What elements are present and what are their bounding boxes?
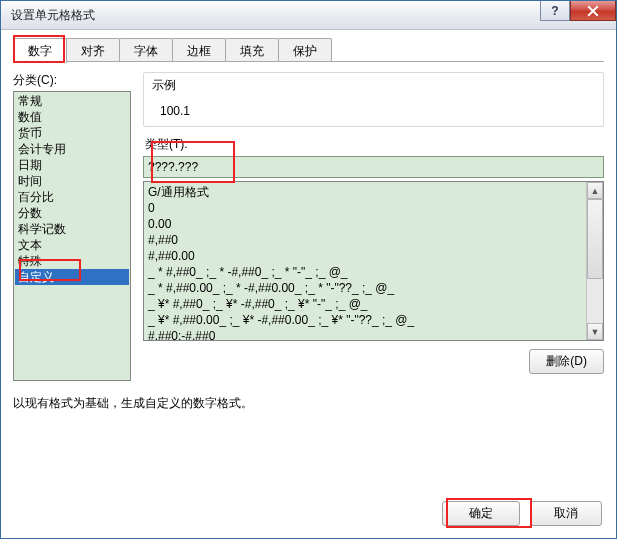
tab-protection[interactable]: 保护 xyxy=(278,38,332,61)
type-item[interactable]: G/通用格式 xyxy=(148,184,599,200)
scroll-down-icon[interactable]: ▼ xyxy=(587,323,603,340)
sample-label: 示例 xyxy=(152,77,595,94)
tab-font[interactable]: 字体 xyxy=(119,38,173,61)
category-label: 分类(C): xyxy=(13,72,131,89)
scroll-up-icon[interactable]: ▲ xyxy=(587,182,603,199)
type-input[interactable] xyxy=(143,156,604,178)
sample-box: 示例 100.1 xyxy=(143,72,604,127)
type-list[interactable]: G/通用格式 0 0.00 #,##0 #,##0.00 _ * #,##0_ … xyxy=(143,181,604,341)
type-item[interactable]: 0 xyxy=(148,200,599,216)
type-label: 类型(T): xyxy=(145,137,188,151)
cancel-button[interactable]: 取消 xyxy=(530,501,602,526)
type-item[interactable]: _ ¥* #,##0.00_ ;_ ¥* -#,##0.00_ ;_ ¥* "-… xyxy=(148,312,599,328)
category-item[interactable]: 时间 xyxy=(15,173,129,189)
help-button[interactable]: ? xyxy=(540,1,570,21)
category-item[interactable]: 百分比 xyxy=(15,189,129,205)
tab-number[interactable]: 数字 xyxy=(13,38,67,63)
category-item[interactable]: 特殊 xyxy=(15,253,129,269)
scrollbar[interactable]: ▲ ▼ xyxy=(586,182,603,340)
dialog-window: 设置单元格格式 ? 数字 对齐 字体 边框 填充 保护 分类(C): 常规 数值… xyxy=(0,0,617,539)
titlebar: 设置单元格格式 ? xyxy=(1,1,616,30)
type-item[interactable]: _ * #,##0.00_ ;_ * -#,##0.00_ ;_ * "-"??… xyxy=(148,280,599,296)
hint-text: 以现有格式为基础，生成自定义的数字格式。 xyxy=(13,395,604,412)
scroll-thumb[interactable] xyxy=(587,199,603,279)
sample-value: 100.1 xyxy=(152,100,595,118)
window-title: 设置单元格格式 xyxy=(11,7,95,24)
ok-button[interactable]: 确定 xyxy=(442,501,520,526)
delete-button[interactable]: 删除(D) xyxy=(529,349,604,374)
category-list[interactable]: 常规 数值 货币 会计专用 日期 时间 百分比 分数 科学记数 文本 特殊 自定… xyxy=(13,91,131,381)
tab-fill[interactable]: 填充 xyxy=(225,38,279,61)
type-item[interactable]: #,##0 xyxy=(148,232,599,248)
category-item[interactable]: 数值 xyxy=(15,109,129,125)
category-item[interactable]: 文本 xyxy=(15,237,129,253)
close-button[interactable] xyxy=(570,1,616,21)
type-item[interactable]: #,##0;-#,##0 xyxy=(148,328,599,340)
category-item-custom[interactable]: 自定义 xyxy=(15,269,129,285)
category-item[interactable]: 常规 xyxy=(15,93,129,109)
tab-alignment[interactable]: 对齐 xyxy=(66,38,120,61)
tab-border[interactable]: 边框 xyxy=(172,38,226,61)
type-item[interactable]: #,##0.00 xyxy=(148,248,599,264)
category-item[interactable]: 会计专用 xyxy=(15,141,129,157)
category-item[interactable]: 货币 xyxy=(15,125,129,141)
category-item[interactable]: 日期 xyxy=(15,157,129,173)
type-item[interactable]: _ ¥* #,##0_ ;_ ¥* -#,##0_ ;_ ¥* "-"_ ;_ … xyxy=(148,296,599,312)
category-item[interactable]: 科学记数 xyxy=(15,221,129,237)
tab-bar: 数字 对齐 字体 边框 填充 保护 xyxy=(13,38,604,62)
type-item[interactable]: _ * #,##0_ ;_ * -#,##0_ ;_ * "-"_ ;_ @_ xyxy=(148,264,599,280)
type-item[interactable]: 0.00 xyxy=(148,216,599,232)
category-item[interactable]: 分数 xyxy=(15,205,129,221)
